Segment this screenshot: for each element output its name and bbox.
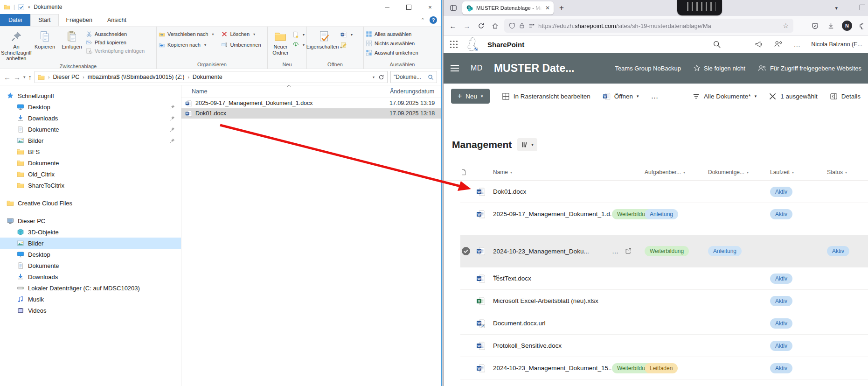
protections-badge-icon[interactable] [810, 21, 819, 30]
url-bar[interactable]: https://eduzh.sharepoint.com/sites/sh-19… [504, 19, 793, 33]
follow-button[interactable]: Sie folgen nicht [693, 64, 745, 72]
column-name[interactable]: Name▾ [493, 169, 612, 175]
help-icon[interactable]: ? [430, 16, 437, 24]
sidebar-item[interactable]: Dokumente [0, 124, 181, 135]
suite-app-name[interactable]: SharePoint [487, 41, 524, 49]
document-row[interactable]: W Document.docx.url Aktiv [460, 312, 868, 335]
extensions-icon[interactable] [859, 21, 863, 30]
tracking-shield-icon[interactable] [509, 22, 515, 29]
pin-to-quick-access-button[interactable]: An Schnellzugriff anheften [2, 28, 31, 63]
sidebar-item[interactable]: Dieser PC [0, 215, 181, 226]
qat-customize-icon[interactable]: ▾ [28, 5, 30, 9]
tab-freigeben[interactable]: Freigeben [59, 14, 100, 26]
file-row[interactable]: W 2025-09-17_Management_Dokument_1.docx … [181, 98, 441, 108]
properties-button[interactable]: Eigenschaften▾ [309, 28, 340, 51]
grid-edit-button[interactable]: In Rasteransicht bearbeiten [502, 92, 590, 100]
edit-button[interactable] [340, 42, 353, 48]
select-all-button[interactable]: Alles auswählen [366, 31, 418, 37]
column-duration[interactable]: Laufzeit▾ [770, 169, 827, 175]
sidebar-item[interactable]: Downloads [0, 271, 181, 282]
firefox-view-icon[interactable] [447, 2, 459, 14]
document-row[interactable]: W Dok01.docx Aktiv [460, 181, 868, 203]
row-share-icon[interactable] [625, 247, 632, 255]
new-tab-button[interactable]: + [556, 3, 567, 13]
tab-close-icon[interactable]: ✕ [545, 5, 550, 11]
address-dropdown-icon[interactable]: ▾ [373, 75, 375, 79]
up-icon[interactable]: ↑ [28, 73, 32, 81]
properties-qat-icon[interactable] [18, 4, 24, 10]
breadcrumb-segment[interactable]: ›Dieser PC [47, 74, 79, 80]
suite-search-icon[interactable] [713, 40, 721, 49]
copy-button[interactable]: Kopieren [32, 28, 58, 51]
new-folder-button[interactable]: Neuer Ordner [270, 28, 292, 56]
column-doc-type[interactable]: Dokumentge...▾ [708, 169, 770, 175]
open-button[interactable]: W Öffnen ▾ [603, 92, 639, 100]
permissions-icon[interactable] [528, 22, 535, 29]
selected-check-icon[interactable] [461, 246, 471, 256]
refresh-icon[interactable] [378, 74, 384, 80]
search-input[interactable]: "Dokume... [390, 71, 437, 83]
list-all-tabs-icon[interactable]: ▾ [835, 5, 838, 11]
column-modified[interactable]: Änderungsdatum [386, 88, 441, 95]
breadcrumb-segment[interactable]: ›mbazimbra$ (\\Sbimbaedv10015) (Z:) [81, 74, 184, 80]
breadcrumb[interactable]: ›Dieser PC›mbazimbra$ (\\Sbimbaedv10015)… [35, 71, 388, 83]
copy-path-button[interactable]: Pfad kopieren [86, 39, 145, 46]
sidebar-item[interactable]: Dokumente [0, 157, 181, 168]
copy-to-button[interactable]: Kopieren nach▾ [159, 42, 214, 48]
tab-start[interactable]: Start [30, 14, 58, 26]
lock-icon[interactable] [519, 22, 525, 29]
document-row[interactable]: W 2025-09-17_Management_Dokument_1.d... … [460, 203, 868, 225]
downloads-icon[interactable] [826, 21, 835, 30]
tab-datei[interactable]: Datei [0, 14, 30, 26]
account-avatar[interactable]: N [842, 21, 852, 31]
close-button[interactable]: × [419, 0, 441, 14]
file-type-column-icon[interactable] [460, 169, 467, 175]
browser-tab-active[interactable]: S MUSTER Datenablage - Manag ✕ [462, 1, 554, 14]
browser-refresh-icon[interactable] [476, 21, 486, 30]
clear-selection-button[interactable]: 1 ausgewählt [769, 92, 818, 100]
document-row[interactable]: W Protokoll_Sensitive.docx Aktiv [460, 335, 868, 357]
suite-user-name[interactable]: Nicola Balzano (E... [811, 41, 862, 48]
library-view-button[interactable]: ▾ [517, 138, 537, 151]
cut-button[interactable]: Ausschneiden [86, 31, 145, 37]
delete-button[interactable]: Löschen▾ [221, 31, 261, 37]
rename-button[interactable]: Umbenennen [221, 42, 261, 48]
document-row[interactable]: W 2024-10-23_Management_Dokument_15... W… [460, 357, 868, 379]
sidebar-item[interactable]: Dokumente [0, 260, 181, 271]
browser-forward-icon[interactable]: → [462, 21, 472, 30]
recent-locations-icon[interactable]: ▾ [23, 75, 26, 79]
column-status[interactable]: Status▾ [827, 169, 868, 175]
column-name[interactable]: Name [181, 88, 386, 95]
tab-ansicht[interactable]: Ansicht [100, 14, 134, 26]
site-title[interactable]: MUSTER Date... [494, 62, 575, 75]
invert-selection-button[interactable]: Auswahl umkehren [366, 49, 418, 56]
paste-shortcut-button[interactable]: Verknüpfung einfügen [86, 48, 145, 54]
new-button[interactable]: + Neu ▾ [451, 89, 490, 104]
more-commands-icon[interactable]: … [651, 92, 659, 100]
back-icon[interactable]: ← [4, 73, 11, 81]
shared-websites-button[interactable]: Für Zugriff freigegebene Websites [757, 64, 861, 72]
sidebar-item[interactable]: Musik [0, 294, 181, 305]
sidebar-item[interactable]: Schnellzugriff [0, 90, 181, 101]
details-button[interactable]: Details [830, 92, 861, 100]
file-row[interactable]: W Dok01.docx 17.09.2025 13:18 [181, 108, 441, 119]
hamburger-icon[interactable] [450, 64, 459, 72]
select-none-button[interactable]: Nichts auswählen [366, 40, 418, 47]
document-row[interactable]: X Microsoft Excel-Arbeitsblatt (neu).xls… [460, 290, 868, 312]
sidebar-item[interactable]: Lokaler Datenträger (C: auf MDSC10203) [0, 282, 181, 294]
sidebar-item[interactable]: Videos [0, 305, 181, 316]
sidebar-item[interactable]: Downloads [0, 112, 181, 124]
easy-access-button[interactable]: ▾ [292, 42, 305, 48]
view-selector-button[interactable]: Alle Dokumente* ▾ [692, 92, 757, 100]
document-row[interactable]: W 2024-10-23_Management_Doku... … Weiter… [460, 235, 868, 267]
sidebar-item[interactable]: Desktop [0, 249, 181, 260]
announcements-icon[interactable] [755, 40, 763, 49]
sidebar-item[interactable]: Bilder [0, 135, 181, 146]
sidebar-item[interactable]: 3D-Objekte [0, 226, 181, 238]
app-launcher-waffle-icon[interactable] [449, 40, 458, 49]
maximize-button[interactable] [398, 0, 419, 14]
new-item-button[interactable]: ▾ [292, 31, 305, 38]
move-to-button[interactable]: Verschieben nach▾ [159, 31, 214, 37]
people-settings-icon[interactable] [773, 40, 783, 49]
sidebar-item[interactable]: Desktop [0, 101, 181, 112]
